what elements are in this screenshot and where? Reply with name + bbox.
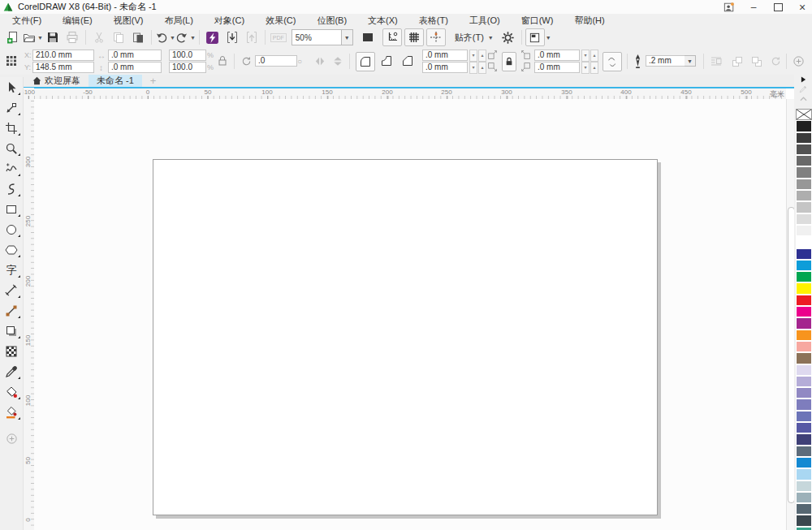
- restore-button[interactable]: [771, 1, 784, 13]
- palette-scroll-up-button[interactable]: [794, 94, 812, 104]
- menu-item-1[interactable]: 编辑(E): [52, 14, 103, 27]
- menu-item-3[interactable]: 布局(L): [153, 14, 203, 27]
- corner-radius-tr-field[interactable]: .0 mm: [534, 50, 580, 61]
- tool-shape[interactable]: [0, 97, 23, 118]
- close-button[interactable]: ×: [796, 1, 809, 13]
- swatch-22[interactable]: [796, 364, 812, 376]
- snap-to-button[interactable]: 贴齐(T) ▼: [452, 28, 494, 46]
- menu-item-8[interactable]: 表格(T): [408, 14, 459, 27]
- open-dropdown-arrow[interactable]: ▼: [37, 35, 43, 41]
- tool-ellipse[interactable]: [0, 219, 23, 239]
- tool-crop[interactable]: [0, 118, 23, 138]
- swatch-7[interactable]: [796, 190, 812, 201]
- corner-bl-spinner[interactable]: ▾▴: [469, 62, 486, 74]
- swatch-3[interactable]: [796, 144, 812, 155]
- vertical-ruler[interactable]: 300250200150100500: [23, 99, 34, 530]
- menu-item-5[interactable]: 效果(C): [255, 14, 306, 27]
- menu-item-7[interactable]: 文本(X): [357, 14, 408, 27]
- options-button[interactable]: [499, 28, 518, 46]
- launcher-dropdown-arrow[interactable]: ▼: [546, 35, 551, 41]
- corner-radius-br-field[interactable]: .0 mm: [534, 62, 580, 73]
- swatch-9[interactable]: [796, 213, 812, 225]
- swatch-5[interactable]: [796, 166, 812, 178]
- paste-button[interactable]: [128, 28, 148, 46]
- new-tab-button[interactable]: +: [142, 75, 165, 87]
- new-document-button[interactable]: [3, 28, 23, 46]
- mirror-horizontal-icon[interactable]: [313, 55, 326, 67]
- object-width-field[interactable]: .0 mm: [108, 50, 162, 61]
- relative-corner-scaling-button[interactable]: [603, 52, 622, 71]
- swatch-11[interactable]: [796, 236, 812, 248]
- menu-item-0[interactable]: 文件(F): [2, 14, 52, 27]
- swatch-29[interactable]: [796, 446, 812, 457]
- minimize-button[interactable]: –: [747, 1, 760, 13]
- outline-width-dropdown-arrow[interactable]: ▼: [685, 55, 696, 67]
- redo-dropdown-arrow[interactable]: ▼: [190, 35, 196, 41]
- swatch-20[interactable]: [796, 341, 812, 352]
- tool-zoom[interactable]: [0, 138, 23, 158]
- edit-corners-together-button[interactable]: [502, 52, 516, 71]
- account-icon[interactable]: [723, 1, 736, 13]
- show-guidelines-button[interactable]: [426, 28, 446, 46]
- export-button[interactable]: [242, 28, 261, 46]
- swatch-15[interactable]: [796, 282, 812, 294]
- swatch-31[interactable]: [796, 468, 812, 480]
- publish-pdf-button[interactable]: PDF: [269, 28, 288, 46]
- drawing-canvas[interactable]: [34, 99, 786, 530]
- show-rulers-button[interactable]: [382, 28, 402, 46]
- cut-button[interactable]: [89, 28, 109, 46]
- swatch-1[interactable]: [796, 120, 812, 131]
- corner-br-spinner[interactable]: ▾▴: [581, 62, 598, 74]
- round-corner-button[interactable]: [356, 52, 375, 71]
- redo-button[interactable]: ▼: [175, 28, 196, 46]
- corner-radius-tl-field[interactable]: .0 mm: [422, 50, 468, 61]
- scale-h-field[interactable]: 100.0: [169, 50, 206, 61]
- import-button[interactable]: [222, 28, 242, 46]
- object-x-field[interactable]: 210.0 mm: [32, 50, 94, 61]
- tool-rectangle[interactable]: [0, 199, 23, 219]
- horizontal-ruler[interactable]: 毫米 -100-50050100150200250300350400450500: [23, 88, 786, 99]
- show-grid-button[interactable]: [404, 28, 424, 46]
- swatch-13[interactable]: [796, 260, 812, 271]
- swatch-16[interactable]: [796, 295, 812, 306]
- zoom-level-dropdown-arrow[interactable]: ▼: [342, 29, 353, 45]
- swatch-10[interactable]: [796, 225, 812, 236]
- search-content-button[interactable]: [203, 28, 222, 46]
- swatch-32[interactable]: [796, 480, 812, 492]
- palette-flyout-button[interactable]: [794, 75, 812, 84]
- tool-smart-fill[interactable]: [0, 402, 23, 422]
- undo-dropdown-arrow[interactable]: ▼: [170, 35, 175, 41]
- fullscreen-preview-button[interactable]: [358, 28, 378, 46]
- menu-item-6[interactable]: 位图(B): [306, 14, 357, 27]
- swatch-14[interactable]: [796, 271, 812, 282]
- menu-item-11[interactable]: 帮助(H): [564, 14, 615, 27]
- tool-transparency[interactable]: [0, 341, 23, 361]
- swatch-27[interactable]: [796, 422, 812, 433]
- tool-drop-shadow[interactable]: [0, 321, 23, 341]
- save-button[interactable]: [43, 28, 63, 46]
- scalloped-corner-button[interactable]: [378, 52, 395, 70]
- swatch-23[interactable]: [796, 376, 812, 387]
- tool-pick[interactable]: [0, 77, 23, 97]
- swatch-18[interactable]: [796, 317, 812, 329]
- corner-tr-spinner[interactable]: ▾▴: [581, 50, 598, 62]
- swatch-34[interactable]: [796, 503, 812, 515]
- outline-width-field[interactable]: .2 mm: [646, 55, 686, 67]
- lock-ratio-icon[interactable]: [218, 55, 227, 67]
- scale-v-field[interactable]: 100.0: [169, 62, 206, 73]
- undo-button[interactable]: ▼: [155, 28, 175, 46]
- swatch-30[interactable]: [796, 457, 812, 468]
- swatch-4[interactable]: [796, 155, 812, 166]
- customize-toolbox-button[interactable]: [0, 429, 23, 448]
- swatch-no-fill[interactable]: [796, 109, 812, 120]
- swatch-33[interactable]: [796, 492, 812, 503]
- swatch-21[interactable]: [796, 352, 812, 364]
- object-y-field[interactable]: 148.5 mm: [32, 62, 94, 73]
- menu-item-10[interactable]: 窗口(W): [511, 14, 564, 27]
- open-button[interactable]: ▼: [23, 28, 43, 46]
- swatch-17[interactable]: [796, 306, 812, 317]
- tool-polygon[interactable]: [0, 239, 23, 260]
- add-property-icon[interactable]: [793, 55, 805, 67]
- swatch-35[interactable]: [796, 515, 812, 526]
- swatch-12[interactable]: [796, 248, 812, 260]
